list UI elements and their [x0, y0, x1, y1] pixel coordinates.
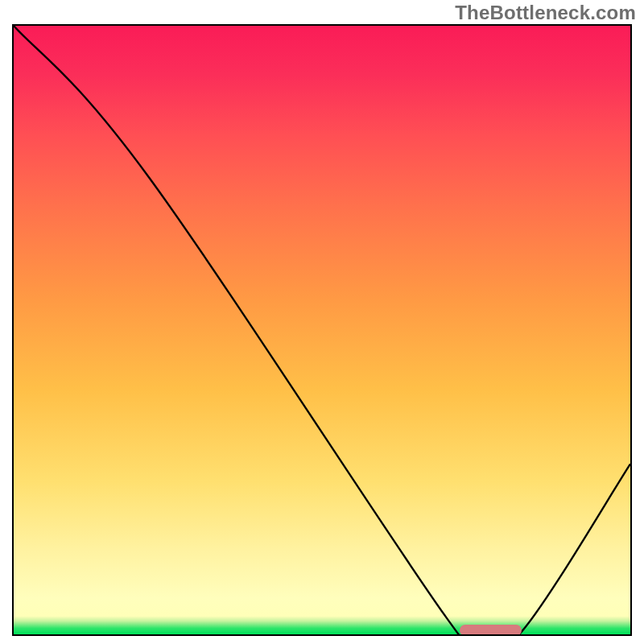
gradient-background — [14, 26, 630, 634]
optimal-range-marker — [460, 625, 522, 636]
plot-area — [12, 24, 632, 636]
chart-frame: TheBottleneck.com — [0, 0, 644, 644]
watermark-text: TheBottleneck.com — [455, 2, 636, 24]
